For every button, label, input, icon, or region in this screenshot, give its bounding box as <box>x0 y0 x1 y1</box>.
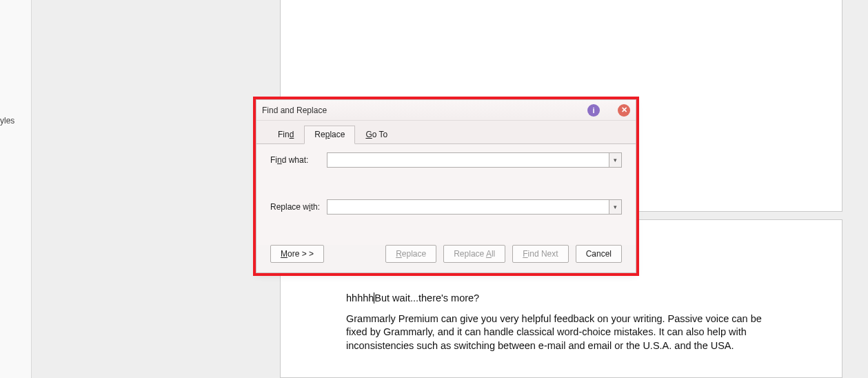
dialog-body: Find what: ▾ Replace with: ▾ <box>256 144 636 245</box>
cancel-button[interactable]: Cancel <box>576 245 622 263</box>
find-what-input[interactable] <box>327 153 609 167</box>
replace-with-combo: ▾ <box>327 199 622 215</box>
find-what-row: Find what: ▾ <box>270 152 622 168</box>
styles-label-fragment: yles <box>0 116 14 126</box>
dialog-tabs: Find Replace Go To <box>256 121 636 144</box>
dialog-titlebar[interactable]: Find and Replace i ✕ <box>256 100 636 121</box>
tab-find[interactable]: Find <box>268 126 304 144</box>
replace-button[interactable]: Replace <box>385 245 436 263</box>
tab-replace[interactable]: Replace <box>304 126 355 144</box>
find-what-dropdown-icon[interactable]: ▾ <box>609 153 621 167</box>
replace-with-input[interactable] <box>327 200 609 214</box>
find-what-combo: ▾ <box>327 152 622 168</box>
find-next-button[interactable]: Find Next <box>512 245 568 263</box>
help-icon[interactable]: i <box>587 104 600 117</box>
replace-with-dropdown-icon[interactable]: ▾ <box>609 200 621 214</box>
dialog-title: Find and Replace <box>262 106 582 115</box>
dialog-footer: More > > Replace Replace All Find Next C… <box>256 245 636 272</box>
close-icon[interactable]: ✕ <box>618 104 630 117</box>
document-line-1: hhhhhBut wait...there's more? <box>346 292 776 306</box>
more-button[interactable]: More > > <box>270 245 324 263</box>
left-panel-strip: yles <box>0 0 32 378</box>
find-what-label: Find what: <box>270 155 327 165</box>
tab-goto[interactable]: Go To <box>355 126 398 144</box>
document-paragraph: Grammarly Premium can give you very help… <box>346 312 776 353</box>
replace-all-button[interactable]: Replace All <box>443 245 505 263</box>
replace-with-row: Replace with: ▾ <box>270 199 622 215</box>
replace-with-label: Replace with: <box>270 202 327 212</box>
find-and-replace-dialog: Find and Replace i ✕ Find Replace Go To … <box>256 99 636 273</box>
